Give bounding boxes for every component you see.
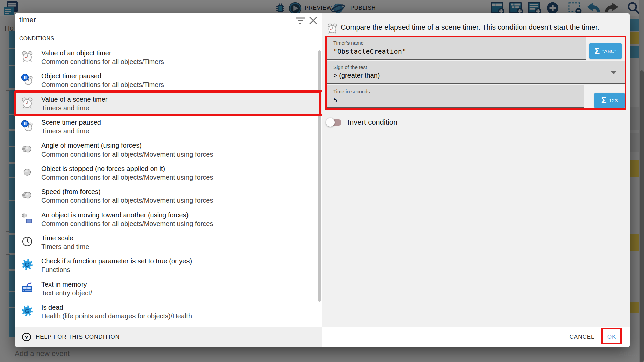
condition-description: Compare the elapsed time of a scene time… [341,23,612,32]
alarm-timer-icon [21,50,33,63]
time-in-seconds-label: Time in seconds [333,88,370,94]
dialog-footer: ? HELP FOR THIS CONDITION CANCEL OK [15,327,630,347]
condition-list-item[interactable]: G Check if a function parameter is set t… [15,253,322,276]
alarm-timer-icon [21,97,33,109]
condition-title: Text in memory [41,281,87,288]
timer-name-field[interactable]: Timer's name "ObstacleCreation" [327,37,586,60]
condition-path: Timers and time [41,243,89,251]
timer-name-label: Timer's name [333,40,364,46]
forces-icon [21,143,33,155]
invert-condition-toggle[interactable] [326,118,342,127]
timer-name-value[interactable]: "ObstacleCreation" [333,47,406,55]
cancel-button[interactable]: CANCEL [567,327,597,347]
condition-title: Angle of movement (using forces) [41,142,142,149]
condition-path: Common conditions for all objects/Timers [41,58,164,66]
condition-list-item[interactable]: Object timer paused Common conditions fo… [15,68,322,91]
help-button[interactable]: ? HELP FOR THIS CONDITION [22,327,120,347]
condition-path: Common conditions for all objects/Moveme… [41,220,213,228]
invert-condition-label: Invert condition [347,118,397,127]
search-input[interactable] [19,16,284,24]
sign-of-test-label: Sign of the test [333,64,367,70]
filter-icon[interactable] [295,17,306,25]
time-in-seconds-value[interactable]: 5 [333,96,337,104]
svg-text:G: G [25,308,29,314]
sigma-icon: Σ [601,95,607,106]
condition-title: Is dead [41,304,63,311]
condition-list-item[interactable]: Angle of movement (using forces) Common … [15,137,322,161]
condition-title: Value of an object timer [41,49,111,57]
time-in-seconds-field[interactable]: Time in seconds 5 [327,85,584,108]
function-gear-icon: G [21,258,33,271]
condition-title: Value of a scene timer [41,96,108,103]
condition-path: Common conditions for all objects/Moveme… [41,197,213,204]
svg-text:?: ? [25,334,28,340]
condition-list-item[interactable]: Scene timer paused Timers and time [15,114,322,137]
condition-path: Text entry object/ [41,289,92,297]
keyboard-icon [21,282,33,294]
conditions-search-panel: CONDITIONS Value of an object timer Comm… [15,13,322,327]
condition-title: Object timer paused [41,72,101,80]
list-scrollbar-thumb[interactable] [318,50,321,302]
condition-path: Common conditions for all objects/Moveme… [41,150,213,158]
condition-list-item[interactable]: Speed (from forces) Common conditions fo… [15,184,322,207]
condition-title: Speed (from forces) [41,188,101,196]
timer-paused-icon [21,73,33,86]
alarm-timer-icon [327,22,338,35]
conditions-list: Value of an object timer Common conditio… [15,45,322,327]
invert-condition-row: Invert condition [326,117,397,127]
clock-icon [21,235,33,248]
condition-title: Object is stopped (no forces applied on … [41,165,165,173]
timer-paused-icon [21,120,33,132]
sigma-icon: Σ [594,46,600,56]
function-gear-icon: G [21,305,33,317]
sign-of-test-select[interactable]: Sign of the test > (greater than) [327,61,625,84]
condition-title: Scene timer paused [41,119,101,126]
moving-toward-icon [21,212,33,225]
condition-list-item[interactable]: Object is stopped (no forces applied on … [15,161,322,184]
close-icon[interactable] [308,16,318,25]
condition-list-item[interactable]: Value of an object timer Common conditio… [15,45,322,68]
condition-title: Time scale [41,234,73,242]
condition-path: Common conditions for all objects/Moveme… [41,174,213,181]
help-question-icon: ? [22,332,31,342]
condition-list-item[interactable]: Time scale Timers and time [15,230,322,253]
condition-title: An object is moving toward another (usin… [41,211,189,219]
condition-list-item[interactable]: Value of a scene timer Timers and time [15,91,322,114]
condition-path: Timers and time [41,104,89,112]
condition-parameters-panel: Compare the elapsed time of a scene time… [322,13,630,327]
condition-list-item[interactable]: G Is dead Health (life points and damage… [15,299,322,322]
svg-text:G: G [25,262,29,268]
condition-path: Common conditions for all objects/Timers [41,81,164,89]
condition-list-item[interactable]: Text in memory Text entry object/ [15,276,322,299]
condition-path: Timers and time [41,127,89,135]
string-expression-editor-button[interactable]: Σ "ABC" [589,43,622,59]
search-row [15,13,322,27]
condition-path: Functions [41,266,70,274]
sign-of-test-value[interactable]: > (greater than) [333,72,380,79]
condition-title: Check if a function parameter is set to … [41,257,192,265]
chevron-down-icon[interactable] [611,71,616,74]
ok-button[interactable]: OK [602,327,622,347]
object-stopped-icon [21,166,33,178]
instruction-editor-dialog: CONDITIONS Value of an object timer Comm… [15,13,630,347]
condition-path: Health (life points and damages for obje… [41,312,192,320]
number-expression-editor-button[interactable]: Σ 123 [594,93,625,108]
forces-icon [21,189,33,201]
conditions-section-header: CONDITIONS [19,36,54,42]
condition-list-item[interactable]: An object is moving toward another (usin… [15,207,322,230]
